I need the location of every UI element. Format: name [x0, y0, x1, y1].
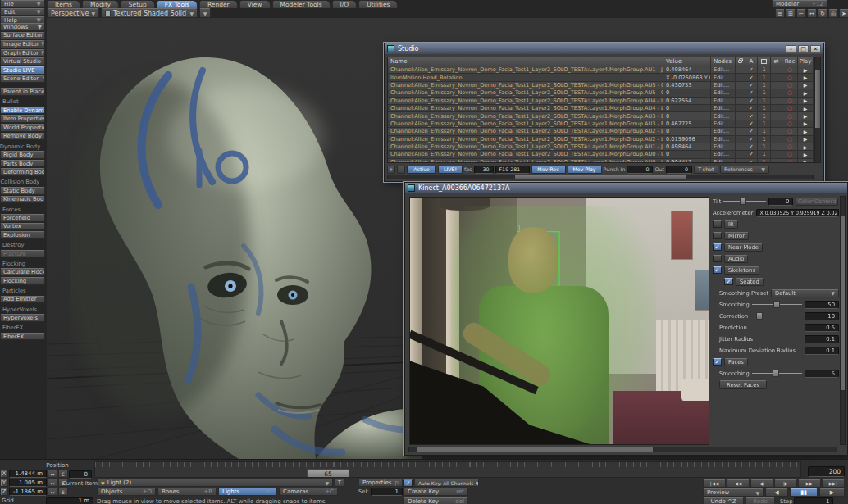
add-button[interactable]: + [387, 166, 395, 174]
mov-rec-button[interactable]: Mov Rec [531, 166, 566, 174]
channel-row[interactable]: Channel:Alien_Emissary_Nevron_Demo_Facia… [388, 89, 820, 97]
active-checkmark[interactable]: ✓ [745, 98, 758, 104]
transport-button[interactable]: ▶▶ [798, 479, 821, 488]
active-checkmark[interactable]: ✓ [745, 105, 758, 111]
nodes-edit-button[interactable]: Edit... [711, 136, 736, 143]
smoothing-preset-dropdown[interactable]: Default ▼ [771, 289, 839, 297]
transport-button[interactable]: |▶ [774, 479, 797, 488]
sidebar-item[interactable]: Virtual Studio ▼ [0, 57, 45, 66]
faces-smoothing-field[interactable]: 5 [805, 370, 839, 378]
out-field[interactable]: 0 [666, 166, 692, 174]
play-toggle[interactable]: ▶ [798, 151, 814, 157]
channel-value[interactable]: 0 [663, 112, 711, 119]
active-checkmark[interactable]: ✓ [745, 89, 758, 96]
active-checkmark[interactable]: ✓ [745, 82, 758, 89]
checkbox-icon[interactable] [713, 243, 722, 251]
nodes-edit-button[interactable]: Edit... [711, 105, 736, 111]
lock-cell[interactable] [736, 128, 745, 134]
channel-row[interactable]: Channel:Alien_Emissary_Nevron_Demo_Facia… [388, 112, 820, 120]
lock-cell[interactable] [736, 112, 745, 119]
channel-value[interactable]: 0 [663, 128, 711, 134]
modeler-button[interactable]: Modeler F12 [772, 0, 827, 7]
record-toggle[interactable]: ○ [782, 159, 798, 163]
axis-letter[interactable]: Z [0, 488, 8, 496]
channel-value[interactable]: 0 [663, 89, 711, 96]
main-tab[interactable]: FX Tools [157, 0, 198, 8]
nodes-edit-button[interactable]: Edit... [711, 151, 736, 157]
lock-cell[interactable] [736, 98, 745, 104]
active-toggle[interactable]: Active [407, 166, 436, 174]
main-tab[interactable]: Render [199, 0, 238, 8]
record-toggle[interactable]: ○ [782, 128, 798, 134]
nodes-edit-button[interactable]: Edit... [711, 66, 736, 73]
record-toggle[interactable]: ○ [782, 151, 798, 157]
main-tab[interactable]: Setup [121, 0, 155, 8]
axis-value-field[interactable]: 1.4844 m [9, 470, 47, 478]
create-key-button[interactable]: Create Key ret [403, 488, 468, 496]
close-button[interactable]: ✕ [810, 45, 821, 53]
channel-value[interactable]: X -0.0250863 Y 0.1 [663, 74, 711, 80]
sidebar-item[interactable]: Remove Body [0, 133, 45, 141]
main-tab[interactable]: Utilities [358, 0, 398, 8]
param-slider[interactable] [750, 312, 802, 320]
lock-cell[interactable] [736, 120, 745, 127]
sidebar-item[interactable]: Enable Dynamics [0, 107, 45, 115]
channel-value[interactable]: 0.904417 [663, 159, 711, 163]
item-type-button[interactable]: Objects +O [97, 488, 156, 496]
channel-row[interactable]: Channel:Alien_Emissary_Nevron_Demo_Facia… [388, 143, 820, 151]
active-checkmark[interactable]: ✓ [745, 128, 758, 134]
col-value[interactable]: Value [663, 57, 711, 66]
lock-icon[interactable] [736, 57, 745, 66]
viewport-nav-icon[interactable]: ◎ [828, 9, 838, 18]
auto-key-dropdown[interactable]: Auto Key: All Channels ▼ [414, 479, 479, 487]
end-frame-field[interactable]: 200 [808, 466, 845, 477]
sidebar-item[interactable]: FiberFX [0, 325, 45, 332]
record-toggle[interactable]: ○ [782, 66, 798, 73]
play-toggle[interactable]: ▶ [798, 128, 814, 134]
checkbox-icon[interactable] [713, 358, 722, 366]
active-checkmark[interactable]: ✓ [745, 151, 758, 157]
lock-cell[interactable] [736, 151, 745, 157]
current-item-dropdown[interactable]: ▼ Light (2) ▼ [97, 479, 333, 487]
delete-key-button[interactable]: Delete Key del [403, 497, 468, 504]
sidebar-item[interactable]: Surface Editor F5 [0, 32, 45, 40]
lock-cell[interactable] [736, 105, 745, 111]
undo-button[interactable]: Undo ^Z [703, 497, 744, 504]
record-toggle[interactable]: ○ [782, 89, 798, 96]
sidebar-item[interactable]: Collision Body [0, 179, 45, 186]
nodes-edit-button[interactable]: Edit... [711, 98, 736, 104]
viewport-nav-icon[interactable]: ↻ [818, 9, 827, 18]
toggle-label-chip[interactable]: Skeletons [724, 266, 759, 275]
sidebar-item[interactable]: Destroy [0, 242, 45, 249]
sidebar-item[interactable]: Calculate Flocks [0, 268, 45, 276]
nodes-edit-button[interactable]: Edit... [711, 112, 736, 119]
active-checkmark[interactable]: ✓ [745, 159, 758, 163]
viewport-nav-icon[interactable]: ↔ [807, 9, 817, 18]
minislider-icon[interactable]: ↔ [48, 470, 57, 478]
nodes-edit-button[interactable]: Edit... [711, 74, 736, 80]
transport-button[interactable]: |◀◀ [703, 479, 726, 488]
nodes-edit-button[interactable]: Edit... [711, 143, 736, 150]
transport-button[interactable]: ◀◀ [727, 479, 750, 488]
sidebar-item[interactable]: Vortex [0, 223, 45, 231]
channel-row[interactable]: Channel:Alien_Emissary_Nevron_Demo_Facia… [388, 105, 820, 112]
main-tab[interactable]: Modify [82, 0, 119, 8]
play-toggle[interactable]: ▶ [798, 136, 814, 143]
menu-button[interactable]: Edit ▼ [0, 8, 45, 16]
sidebar-item[interactable]: Explosion [0, 231, 45, 239]
record-toggle[interactable]: ○ [782, 143, 798, 150]
kinect-titlebar[interactable]: Kinect_A00366A06472137A [405, 183, 847, 193]
play-forward-button[interactable]: ▶ [819, 488, 845, 497]
lock-cell[interactable] [736, 89, 745, 96]
channel-row[interactable]: ItemMotion Head_Rotation X -0.0250863 Y … [388, 74, 820, 81]
channel-value[interactable]: 0.498464 [663, 66, 711, 73]
item-type-button[interactable]: Lights +L [218, 488, 277, 496]
minislider-icon[interactable]: ↔ [48, 479, 57, 487]
maximize-button[interactable]: □ [798, 45, 809, 53]
toggle-label-chip[interactable]: Seated [736, 278, 764, 286]
toggle-label-chip[interactable]: IR [724, 220, 738, 229]
view-type-dropdown[interactable]: Perspective ▼ [47, 8, 99, 18]
play-toggle[interactable]: ▶ [798, 105, 814, 111]
transport-button[interactable]: ◀| [750, 479, 773, 488]
channel-row[interactable]: Channel:Alien_Emissary_Nevron_Demo_Facia… [388, 128, 820, 135]
